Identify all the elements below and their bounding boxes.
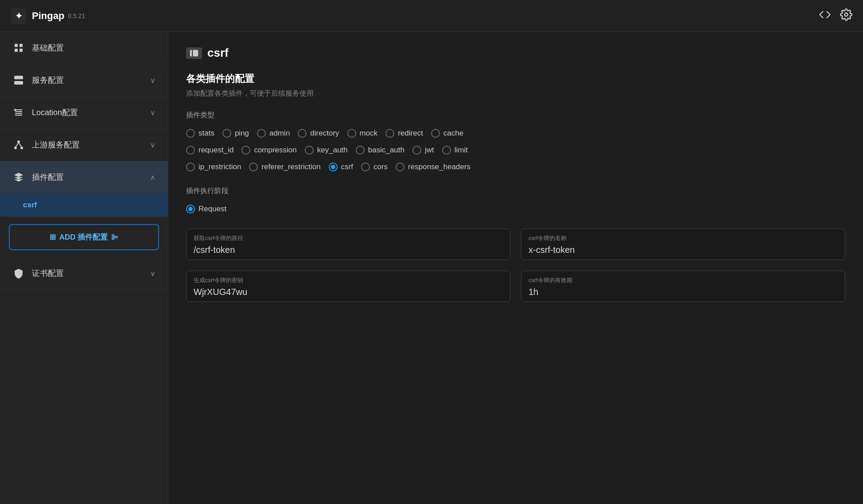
radio-label-cache: cache bbox=[443, 129, 463, 138]
radio-compression[interactable]: compression bbox=[241, 143, 304, 157]
location-icon bbox=[12, 106, 25, 119]
chevron-location: ∨ bbox=[150, 109, 155, 117]
radio-label-jwt: jwt bbox=[425, 146, 434, 155]
sidebar-label-location: Location配置 bbox=[32, 107, 143, 118]
radio-circle-redirect bbox=[385, 129, 394, 138]
code-icon[interactable] bbox=[819, 8, 831, 23]
radio-circle-request bbox=[186, 205, 195, 213]
add-plugin-icon: ⊞ bbox=[50, 233, 56, 242]
sidebar-item-upstream[interactable]: 上游服务配置 ∨ bbox=[0, 129, 168, 161]
radio-basic-auth[interactable]: basic_auth bbox=[356, 143, 412, 157]
settings-icon[interactable] bbox=[840, 8, 852, 23]
radio-label-directory: directory bbox=[310, 129, 339, 138]
stage-row: Request bbox=[186, 202, 845, 216]
radio-csrf[interactable]: csrf bbox=[329, 160, 361, 174]
sidebar-label-service: 服务配置 bbox=[32, 75, 143, 85]
radio-label-key-auth: key_auth bbox=[317, 146, 348, 155]
radio-ping[interactable]: ping bbox=[222, 126, 257, 140]
radio-admin[interactable]: admin bbox=[257, 126, 298, 140]
radio-label-ip-restriction: ip_restriction bbox=[198, 163, 241, 171]
radio-label-redirect: redirect bbox=[398, 129, 423, 138]
radio-key-auth[interactable]: key_auth bbox=[305, 143, 356, 157]
radio-circle-basic-auth bbox=[356, 146, 365, 155]
radio-label-basic-auth: basic_auth bbox=[368, 146, 404, 155]
header-actions bbox=[819, 8, 852, 23]
radio-circle-admin bbox=[257, 129, 266, 138]
radio-limit[interactable]: limit bbox=[442, 143, 476, 157]
radio-circle-cors bbox=[361, 163, 370, 171]
svg-rect-2 bbox=[19, 44, 23, 47]
radio-label-request-id: request_id bbox=[198, 146, 233, 155]
radio-circle-key-auth bbox=[305, 146, 314, 155]
plugin-type-row1: stats ping admin directory mock redirect bbox=[186, 126, 845, 140]
radio-ip-restriction[interactable]: ip_restriction bbox=[186, 160, 249, 174]
radio-request-id[interactable]: request_id bbox=[186, 143, 241, 157]
content-area: csrf 各类插件的配置 添加配置各类插件，可便于后续服务使用 插件类型 sta… bbox=[168, 32, 863, 504]
radio-directory[interactable]: directory bbox=[298, 126, 347, 140]
radio-label-response-headers: response_headers bbox=[408, 163, 470, 171]
radio-circle-csrf bbox=[329, 163, 338, 171]
sidebar-item-plugin[interactable]: 插件配置 ∧ bbox=[0, 161, 168, 194]
radio-request-stage[interactable]: Request bbox=[186, 202, 234, 216]
svg-rect-9 bbox=[14, 109, 16, 111]
field-csrf-name-value: x-csrf-token bbox=[529, 245, 838, 255]
radio-stats[interactable]: stats bbox=[186, 126, 222, 140]
svg-point-11 bbox=[15, 147, 16, 149]
add-plugin-button[interactable]: ⊞ ADD 插件配置 ⊫ bbox=[9, 224, 159, 250]
radio-circle-mock bbox=[347, 129, 356, 138]
sidebar-item-location[interactable]: Location配置 ∨ bbox=[0, 97, 168, 129]
sidebar-label-cert: 证书配置 bbox=[32, 268, 143, 279]
svg-rect-4 bbox=[19, 49, 23, 52]
server-icon bbox=[12, 74, 25, 86]
sidebar-item-cert[interactable]: 证书配置 ∨ bbox=[0, 257, 168, 290]
page-title: csrf bbox=[207, 46, 229, 60]
logo-icon: ✦ bbox=[11, 8, 27, 24]
section-title: 各类插件的配置 bbox=[186, 72, 845, 85]
radio-response-headers[interactable]: response_headers bbox=[396, 160, 478, 174]
radio-circle-directory bbox=[298, 129, 307, 138]
form-row-2: 生成csrf令牌的密钥 WjrXUG47wu csrf令牌的有效期 1h bbox=[186, 271, 845, 302]
radio-circle-ping bbox=[222, 129, 231, 138]
radio-cors[interactable]: cors bbox=[361, 160, 396, 174]
add-plugin-sort-icon: ⊫ bbox=[111, 233, 118, 242]
radio-circle-limit bbox=[442, 146, 451, 155]
chevron-upstream: ∨ bbox=[150, 141, 155, 149]
chevron-cert: ∨ bbox=[150, 269, 155, 278]
radio-circle-jwt bbox=[412, 146, 421, 155]
field-csrf-path[interactable]: 获取csrf令牌的路径 /csrf-token bbox=[186, 229, 510, 260]
field-csrf-secret[interactable]: 生成csrf令牌的密钥 WjrXUG47wu bbox=[186, 271, 510, 302]
sidebar-label-plugin: 插件配置 bbox=[32, 172, 143, 182]
svg-rect-6 bbox=[14, 81, 23, 85]
radio-redirect[interactable]: redirect bbox=[385, 126, 431, 140]
radio-label-ping: ping bbox=[235, 129, 249, 138]
field-csrf-ttl-legend: csrf令牌的有效期 bbox=[529, 276, 838, 284]
radio-circle-referer-restriction bbox=[249, 163, 258, 171]
add-plugin-label: ADD 插件配置 bbox=[59, 232, 108, 242]
sidebar-label-basic: 基础配置 bbox=[32, 43, 155, 53]
svg-rect-3 bbox=[15, 49, 18, 52]
page-title-row: csrf bbox=[186, 46, 845, 60]
stage-label: 插件执行阶段 bbox=[186, 186, 845, 196]
radio-label-compression: compression bbox=[254, 146, 296, 155]
plugin-icon bbox=[12, 171, 25, 183]
radio-mock[interactable]: mock bbox=[347, 126, 386, 140]
radio-cache[interactable]: cache bbox=[431, 126, 471, 140]
sidebar-plugin-item-csrf[interactable]: csrf bbox=[0, 194, 168, 217]
grid-icon bbox=[12, 42, 25, 54]
radio-referer-restriction[interactable]: referer_restriction bbox=[249, 160, 328, 174]
sidebar-item-service[interactable]: 服务配置 ∨ bbox=[0, 64, 168, 97]
radio-label-request: Request bbox=[198, 205, 226, 213]
field-csrf-name[interactable]: csrf令牌的名称 x-csrf-token bbox=[521, 229, 845, 260]
sidebar-label-upstream: 上游服务配置 bbox=[32, 140, 143, 150]
field-csrf-ttl[interactable]: csrf令牌的有效期 1h bbox=[521, 271, 845, 302]
radio-jwt[interactable]: jwt bbox=[412, 143, 442, 157]
svg-line-13 bbox=[16, 143, 19, 147]
sidebar-item-basic[interactable]: 基础配置 bbox=[0, 32, 168, 64]
chevron-plugin: ∧ bbox=[150, 173, 155, 182]
radio-circle-stats bbox=[186, 129, 195, 138]
svg-rect-5 bbox=[14, 76, 23, 79]
form-row-1: 获取csrf令牌的路径 /csrf-token csrf令牌的名称 x-csrf… bbox=[186, 229, 845, 260]
svg-line-14 bbox=[19, 143, 22, 147]
radio-label-mock: mock bbox=[360, 129, 378, 138]
radio-circle-ip-restriction bbox=[186, 163, 195, 171]
